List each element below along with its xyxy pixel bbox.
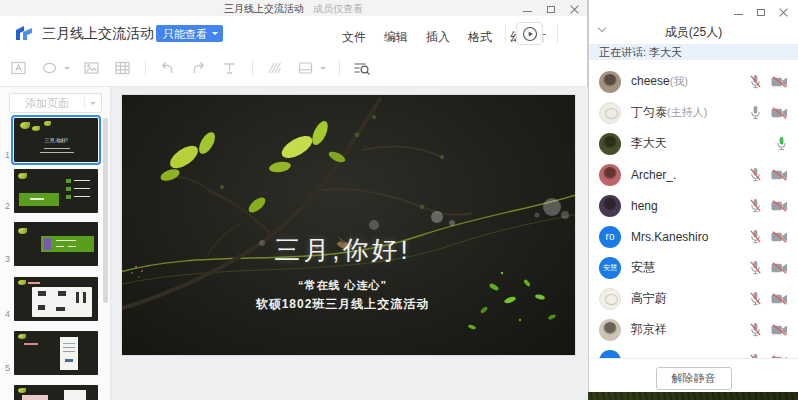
add-page-dropdown[interactable] bbox=[85, 102, 101, 105]
mic-icon[interactable] bbox=[749, 105, 762, 120]
slide-thumbnail-4[interactable] bbox=[14, 277, 98, 321]
member-row[interactable]: cheese(我) bbox=[589, 66, 798, 97]
menu-insert[interactable]: 插入 bbox=[426, 29, 450, 46]
slide-number: 4 bbox=[3, 309, 12, 319]
table-icon[interactable] bbox=[114, 59, 132, 77]
document-title: 三月线上交流活动 bbox=[42, 25, 154, 43]
member-row[interactable]: ro Mrs.Kaneshiro bbox=[589, 221, 798, 252]
member-row[interactable]: 丁匀泰(主持人) bbox=[589, 97, 798, 128]
slide-number: 1 bbox=[3, 150, 12, 160]
find-icon[interactable] bbox=[353, 59, 371, 77]
camera-muted-icon[interactable] bbox=[771, 200, 788, 212]
divider bbox=[339, 60, 340, 76]
member-status-icons bbox=[749, 105, 788, 120]
menu-file[interactable]: 文件 bbox=[342, 29, 366, 46]
slide-number: 3 bbox=[3, 254, 12, 264]
slide-artwork bbox=[122, 95, 575, 355]
menu-edit[interactable]: 编辑 bbox=[384, 29, 408, 46]
camera-muted-icon[interactable] bbox=[771, 107, 788, 119]
avatar: 安慧 bbox=[599, 257, 621, 279]
maximize-icon[interactable] bbox=[757, 9, 765, 16]
avatar bbox=[599, 164, 621, 186]
slide-text-block: 三月,你好! “常在线 心连心” 软硕1802班三月线上交流活动 bbox=[122, 233, 563, 313]
panel-window-controls bbox=[734, 7, 788, 17]
chevron-down-icon[interactable] bbox=[320, 67, 326, 70]
slide-thumbnail-6[interactable] bbox=[14, 385, 98, 400]
view-only-badge[interactable]: 只能查看 bbox=[156, 25, 223, 42]
member-name: 郭京祥 bbox=[631, 321, 667, 338]
text-box-icon[interactable] bbox=[10, 59, 28, 77]
camera-muted-icon[interactable] bbox=[771, 169, 788, 181]
mic-muted-icon[interactable] bbox=[749, 229, 762, 244]
mic-muted-icon[interactable] bbox=[749, 198, 762, 213]
chevron-down-icon[interactable] bbox=[64, 67, 70, 70]
screen: 三月线上交流活动 成员仅查看 三月线上交流活动 只能查看 文件 编辑 bbox=[0, 0, 798, 400]
slide-title: 三月,你好! bbox=[122, 233, 563, 268]
divider bbox=[145, 60, 146, 76]
member-status-icons bbox=[749, 229, 788, 244]
mic-muted-icon[interactable] bbox=[749, 74, 762, 89]
minimize-icon[interactable] bbox=[523, 11, 532, 12]
member-row[interactable]: 安慧 安慧 bbox=[589, 252, 798, 283]
slide-thumbnail-3[interactable] bbox=[14, 222, 98, 266]
member-row[interactable]: heng bbox=[589, 190, 798, 221]
camera-muted-icon[interactable] bbox=[771, 231, 788, 243]
member-name: Archer_. bbox=[631, 168, 676, 182]
app-header: 三月线上交流活动 只能查看 文件 编辑 插入 格式 幻灯片 bbox=[0, 16, 587, 50]
current-slide[interactable]: 三月,你好! “常在线 心连心” 软硕1802班三月线上交流活动 bbox=[122, 95, 575, 355]
window-title: 三月线上交流活动 成员仅查看 bbox=[0, 2, 587, 16]
mic-muted-icon[interactable] bbox=[749, 322, 762, 337]
divider bbox=[252, 60, 253, 76]
slide-quote: “常在线 心连心” bbox=[122, 278, 563, 293]
avatar bbox=[599, 288, 621, 310]
add-page-button[interactable]: 添加页面 bbox=[9, 93, 102, 113]
member-row[interactable]: Archer_. bbox=[589, 159, 798, 190]
member-list[interactable]: cheese(我) 丁匀泰(主持人) 李大天 bbox=[589, 60, 798, 358]
mic-muted-icon[interactable] bbox=[749, 291, 762, 306]
avatar: ro bbox=[599, 226, 621, 248]
member-status-icons bbox=[749, 74, 788, 89]
image-icon[interactable] bbox=[83, 59, 101, 77]
unmute-button[interactable]: 解除静音 bbox=[656, 367, 732, 390]
member-row[interactable]: 李大天 bbox=[589, 128, 798, 159]
now-speaking-bar: 正在讲话: 李大天 bbox=[589, 44, 798, 60]
window-titlebar: 三月线上交流活动 成员仅查看 bbox=[0, 0, 587, 16]
page-layout-icon[interactable] bbox=[297, 59, 315, 77]
close-icon[interactable] bbox=[570, 5, 579, 14]
format-painter-icon[interactable] bbox=[221, 59, 239, 77]
members-count-title: 成员(25人) bbox=[589, 20, 798, 41]
slide-thumbnail-2[interactable] bbox=[14, 169, 98, 213]
window-title-text: 三月线上交流活动 bbox=[224, 3, 304, 14]
member-status-icons bbox=[775, 136, 788, 151]
undo-icon[interactable] bbox=[159, 59, 177, 77]
play-slideshow-button[interactable] bbox=[516, 22, 543, 45]
panel-header: 成员(25人) bbox=[589, 20, 798, 42]
member-name: 安慧 bbox=[631, 259, 655, 276]
member-row[interactable]: 郭京祥 bbox=[589, 314, 798, 345]
member-status-icons bbox=[749, 291, 788, 306]
mic-muted-icon[interactable] bbox=[749, 167, 762, 182]
camera-muted-icon[interactable] bbox=[771, 324, 788, 336]
member-row[interactable] bbox=[589, 345, 798, 358]
mic-muted-icon[interactable] bbox=[749, 260, 762, 275]
maximize-icon[interactable] bbox=[547, 6, 555, 13]
thumbnail-scrollbar[interactable] bbox=[103, 118, 108, 303]
shape-icon[interactable] bbox=[41, 59, 59, 77]
slide-thumbnail-panel: 添加页面 1 三月,你好! 2 3 bbox=[0, 87, 111, 400]
member-status-icons bbox=[749, 322, 788, 337]
slide-thumbnail-5[interactable] bbox=[14, 331, 98, 375]
camera-muted-icon[interactable] bbox=[771, 262, 788, 274]
camera-muted-icon[interactable] bbox=[771, 293, 788, 305]
camera-muted-icon[interactable] bbox=[771, 76, 788, 88]
minimize-icon[interactable] bbox=[734, 14, 743, 15]
slide-canvas: 三月,你好! “常在线 心连心” 软硕1802班三月线上交流活动 bbox=[111, 87, 588, 400]
redo-icon[interactable] bbox=[190, 59, 208, 77]
menu-format[interactable]: 格式 bbox=[468, 29, 492, 46]
close-icon[interactable] bbox=[779, 8, 788, 17]
mic-active-icon[interactable] bbox=[775, 136, 788, 151]
slide-thumbnail-1[interactable]: 三月,你好! bbox=[14, 118, 98, 162]
fill-pattern-icon[interactable] bbox=[266, 59, 284, 77]
window-title-status: 成员仅查看 bbox=[313, 3, 363, 14]
panel-footer: 解除静音 bbox=[589, 358, 798, 392]
member-row[interactable]: 高宁蔚 bbox=[589, 283, 798, 314]
